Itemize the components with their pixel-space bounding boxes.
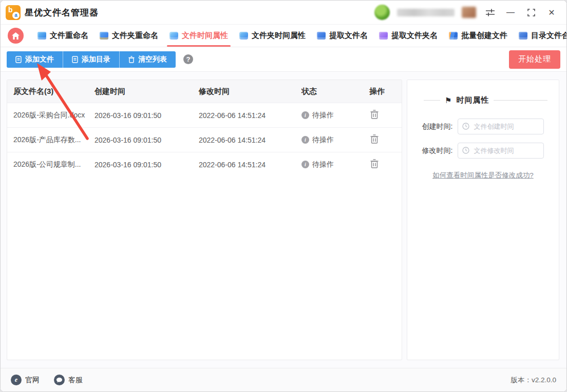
trash-icon [370, 134, 379, 144]
tab-batch-create[interactable]: 批量创建文件 [443, 25, 513, 47]
user-avatar[interactable] [374, 5, 390, 20]
batch-create-icon [449, 32, 458, 40]
how-to-verify-link[interactable]: 如何查看时间属性是否修改成功? [417, 171, 550, 180]
app-logo-letter-b: b [8, 6, 13, 14]
file-table: 原文件名(3) 创建时间 修改时间 状态 操作 2026版-采购合同.docx … [7, 80, 402, 360]
file-rename-icon [37, 32, 46, 40]
tab-extract-foldername[interactable]: 提取文件夹名 [373, 25, 443, 47]
version-info: 版本：v2.2.0.0 [511, 376, 556, 385]
customer-service-link[interactable]: 客服 [54, 375, 83, 385]
col-created-time: 创建时间 [94, 87, 199, 96]
col-original-name: 原文件名(3) [7, 87, 94, 96]
tab-label: 文件时间属性 [182, 31, 228, 41]
panel-title-row: ⚑ 时间属性 [417, 95, 550, 105]
tab-folder-rename[interactable]: 文件夹重命名 [94, 25, 164, 47]
col-status: 状态 [301, 87, 363, 96]
tab-label: 文件夹时间属性 [252, 31, 306, 41]
modified-time-label: 修改时间: [422, 146, 453, 155]
settings-sliders-icon[interactable] [483, 6, 497, 19]
user-name-blurred [397, 9, 455, 16]
app-logo-icon: b a [6, 5, 21, 20]
trash-icon [370, 110, 379, 119]
modified-time-field: 修改时间: [417, 143, 550, 159]
modified-time-input[interactable] [458, 143, 544, 159]
tab-label: 提取文件名 [329, 31, 368, 41]
tab-extract-filename[interactable]: 提取文件名 [311, 25, 373, 47]
info-icon: i [301, 136, 309, 144]
tab-label: 批量创建文件 [461, 31, 507, 41]
app-title: 星优文件名管理器 [25, 7, 99, 18]
website-label: 官网 [25, 376, 40, 385]
created-time-field: 创建时间: [417, 119, 550, 134]
created-time: 2026-03-16 09:01:50 [94, 111, 199, 120]
file-time-icon [169, 32, 178, 40]
chat-bubble-icon [54, 375, 65, 385]
trash-icon [128, 56, 135, 63]
table-row[interactable]: 2026版-公司规章制... 2026-03-16 09:01:50 2022-… [7, 152, 402, 177]
close-button[interactable]: ✕ [545, 6, 558, 19]
divider [424, 100, 440, 101]
add-directory-label: 添加目录 [82, 55, 110, 64]
divider [494, 100, 547, 101]
folder-time-icon [239, 32, 248, 40]
tab-label: 提取文件夹名 [391, 31, 438, 41]
status-badge: 待操作 [312, 111, 334, 120]
file-name: 2026版-产品库存数... [7, 135, 94, 145]
maximize-button[interactable] [524, 6, 538, 19]
time-attributes-panel: ⚑ 时间属性 创建时间: 修改时间: [407, 80, 559, 360]
website-icon: e [11, 375, 22, 385]
col-action: 操作 [363, 87, 402, 96]
delete-row-button[interactable] [369, 158, 380, 171]
table-header: 原文件名(3) 创建时间 修改时间 状态 操作 [7, 80, 402, 103]
tab-label: 文件重命名 [50, 31, 88, 41]
start-processing-button[interactable]: 开始处理 [509, 50, 560, 69]
tab-file-time[interactable]: 文件时间属性 [164, 25, 234, 47]
tab-merge-extract[interactable]: 目录文件合并/提取 [513, 25, 567, 47]
official-website-link[interactable]: e 官网 [11, 375, 40, 385]
tab-file-rename[interactable]: 文件重命名 [32, 25, 94, 47]
created-time-input[interactable] [458, 119, 544, 134]
tab-list: 文件重命名 文件夹重命名 文件时间属性 文件夹时间属性 提取文件名 提取文件夹名 [32, 25, 567, 47]
trash-icon [370, 159, 379, 168]
extract-filename-icon [317, 32, 326, 40]
minimize-button[interactable]: — [504, 6, 517, 19]
merge-extract-icon [519, 32, 527, 40]
file-name: 2026版-公司规章制... [7, 160, 94, 169]
col-modified-time: 修改时间 [199, 87, 301, 96]
modified-time: 2022-06-06 14:51:24 [199, 136, 301, 144]
help-icon[interactable]: ? [183, 54, 193, 64]
status-badge: 待操作 [312, 160, 334, 169]
created-time: 2026-03-16 09:01:50 [94, 161, 199, 169]
folder-rename-icon [100, 32, 108, 40]
toolbar: 添加文件 添加目录 清空列表 ? 开始处理 [1, 47, 566, 72]
add-files-button[interactable]: 添加文件 [7, 51, 63, 68]
panel-title: 时间属性 [456, 95, 489, 105]
extract-foldername-icon [379, 32, 388, 40]
created-time-label: 创建时间: [422, 122, 453, 131]
status-cell: i 待操作 [301, 135, 363, 145]
delete-row-button[interactable] [369, 109, 380, 122]
tab-folder-time[interactable]: 文件夹时间属性 [234, 25, 311, 47]
add-directory-button[interactable]: 添加目录 [63, 51, 119, 68]
tab-label: 目录文件合并/提取 [531, 31, 567, 41]
toolbar-button-group: 添加文件 添加目录 清空列表 [7, 51, 176, 68]
flag-icon: ⚑ [445, 96, 451, 105]
modified-time: 2022-06-06 14:51:24 [199, 161, 301, 169]
table-row[interactable]: 2026版-采购合同.docx 2026-03-16 09:01:50 2022… [7, 103, 402, 127]
support-label: 客服 [68, 376, 83, 385]
footer: e 官网 客服 版本：v2.2.0.0 [1, 368, 566, 391]
app-window: b a 星优文件名管理器 — ✕ [0, 0, 567, 392]
home-button[interactable] [8, 28, 24, 44]
status-badge: 待操作 [312, 135, 334, 145]
clear-list-button[interactable]: 清空列表 [119, 51, 176, 68]
status-cell: i 待操作 [301, 160, 363, 169]
modified-time: 2022-06-06 14:51:24 [199, 111, 301, 120]
tab-bar: 文件重命名 文件夹重命名 文件时间属性 文件夹时间属性 提取文件名 提取文件夹名 [1, 25, 566, 47]
delete-row-button[interactable] [369, 133, 380, 146]
app-logo-letter-a: a [12, 12, 20, 19]
table-row[interactable]: 2026版-产品库存数... 2026-03-16 09:01:50 2022-… [7, 127, 402, 152]
version-value: v2.2.0.0 [532, 376, 556, 384]
tab-label: 文件夹重命名 [112, 31, 158, 41]
main-content: 原文件名(3) 创建时间 修改时间 状态 操作 2026版-采购合同.docx … [1, 72, 566, 368]
add-files-label: 添加文件 [25, 55, 54, 64]
